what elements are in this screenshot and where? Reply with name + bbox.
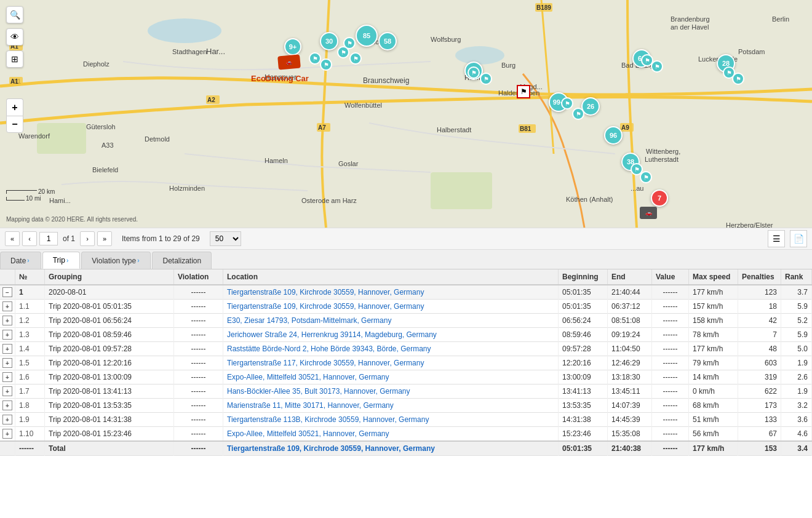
svg-text:A7: A7 — [318, 124, 326, 131]
location-cell[interactable]: Marienstraße 11, Mitte 30171, Hannover, … — [223, 399, 559, 413]
flag-9[interactable]: ⚑ — [572, 108, 584, 120]
data-table: № Grouping Violation Location Beginning … — [0, 269, 812, 456]
expand-cell: + — [0, 413, 15, 427]
search-map-button[interactable]: 🔍 — [6, 6, 23, 23]
svg-rect-4 — [431, 172, 492, 209]
table-row: + 1.6 Trip 2020-08-01 13:00:09 ------ Ex… — [0, 370, 812, 385]
grouping-cell: Trip 2020-08-01 13:00:09 — [45, 370, 174, 385]
flag-2[interactable]: ⚑ — [320, 58, 332, 71]
zoom-out-button[interactable]: − — [6, 116, 23, 133]
location-cell[interactable]: Tiergartenstraße 117, Kirchrode 30559, H… — [223, 356, 559, 370]
map: A1 A1 A1 A2 A7 B81 A9 B189 Diepholz Stad… — [0, 0, 812, 228]
end-cell: 13:45:11 — [608, 385, 652, 399]
flag-5[interactable]: ⚑ — [343, 37, 356, 49]
location-cell[interactable]: Expo-Allee, Mittelfeld 30521, Hannover, … — [223, 427, 559, 442]
expand-button[interactable]: + — [2, 386, 12, 396]
red-flag-marker[interactable]: ⚑ — [517, 85, 530, 98]
cluster-85[interactable]: 85 — [356, 25, 378, 47]
total-expand-cell — [0, 441, 15, 456]
flag-15[interactable]: ⚑ — [732, 73, 744, 85]
penalties-cell: 7 — [738, 328, 781, 342]
collapse-button[interactable]: − — [2, 287, 12, 297]
tab-date[interactable]: Date › — [0, 252, 41, 269]
value-cell: ------ — [652, 385, 689, 399]
cluster-96[interactable]: 96 — [604, 126, 623, 145]
zoom-in-button[interactable]: + — [6, 98, 23, 116]
location-cell[interactable]: Tiergartenstraße 109, Kirchrode 30559, H… — [223, 285, 559, 300]
table-body: − 1 2020-08-01 ------ Tiergartenstraße 1… — [0, 285, 812, 456]
location-cell[interactable]: E30, Ziesar 14793, Potsdam-Mittelmark, G… — [223, 314, 559, 328]
svg-text:Braunschweig: Braunschweig — [363, 76, 409, 85]
pdf-export-button[interactable]: 📄 — [790, 230, 807, 247]
table-row: + 1.2 Trip 2020-08-01 06:56:24 ------ E3… — [0, 314, 812, 328]
page-input[interactable] — [39, 232, 58, 245]
value-cell: ------ — [652, 413, 689, 427]
layers-button[interactable]: ⊞ — [6, 50, 23, 68]
last-page-button[interactable]: » — [97, 231, 112, 246]
flag-4[interactable]: ⚑ — [349, 52, 362, 65]
tab-violation-type[interactable]: Violation type › — [81, 252, 151, 269]
expand-button[interactable]: + — [2, 372, 12, 382]
penalties-cell: 48 — [738, 342, 781, 356]
svg-text:Bielefeld: Bielefeld — [92, 166, 118, 173]
beginning-cell: 09:57:28 — [559, 342, 608, 356]
location-cell[interactable]: Expo-Allee, Mittelfeld 30521, Hannover, … — [223, 370, 559, 385]
expand-button[interactable]: + — [2, 415, 12, 424]
flag-7[interactable]: ⚑ — [480, 73, 492, 85]
flag-13[interactable]: ⚑ — [651, 60, 663, 73]
location-cell[interactable]: Raststätte Börde-Nord 2, Hohe Börde 3934… — [223, 342, 559, 356]
expand-cell: + — [0, 427, 15, 442]
end-cell: 08:51:08 — [608, 314, 652, 328]
grouping-cell: Trip 2020-08-01 13:53:35 — [45, 399, 174, 413]
maxspeed-cell: 0 km/h — [689, 385, 738, 399]
first-page-button[interactable]: « — [5, 231, 20, 246]
expand-button[interactable]: + — [2, 344, 12, 354]
col-beginning: Beginning — [559, 269, 608, 285]
expand-button[interactable]: + — [2, 429, 12, 439]
total-rank-cell: 3.4 — [781, 441, 812, 456]
expand-button[interactable]: + — [2, 330, 12, 340]
next-page-button[interactable]: › — [80, 231, 95, 246]
cluster-7[interactable]: 7 — [651, 189, 668, 207]
expand-button[interactable]: + — [2, 358, 12, 368]
rank-cell: 3.7 — [781, 285, 812, 300]
svg-text:B189: B189 — [536, 4, 551, 11]
flag-11[interactable]: ⚑ — [640, 171, 652, 183]
small-car-marker[interactable]: 🚗 — [640, 207, 657, 219]
expand-button[interactable]: + — [2, 400, 12, 410]
grouping-cell: Trip 2020-08-01 12:20:16 — [45, 356, 174, 370]
location-cell[interactable]: Hans-Böckler-Allee 35, Bult 30173, Hanno… — [223, 385, 559, 399]
col-end: End — [608, 269, 652, 285]
cluster-30[interactable]: 30 — [320, 32, 338, 50]
tab-detalization[interactable]: Detalization — [152, 252, 212, 269]
table-row: + 1.3 Trip 2020-08-01 08:59:46 ------ Je… — [0, 328, 812, 342]
beginning-cell: 13:00:09 — [559, 370, 608, 385]
flag-8[interactable]: ⚑ — [561, 97, 573, 110]
expand-button[interactable]: + — [2, 316, 12, 325]
num-cell: 1 — [15, 285, 45, 300]
grouping-cell: 2020-08-01 — [45, 285, 174, 300]
maxspeed-cell: 79 km/h — [689, 356, 738, 370]
num-cell: 1.4 — [15, 342, 45, 356]
flag-1[interactable]: ⚑ — [309, 52, 321, 65]
prev-page-button[interactable]: ‹ — [22, 231, 37, 246]
flag-6[interactable]: ⚑ — [468, 66, 480, 79]
table-view-button[interactable]: ☰ — [768, 230, 785, 247]
location-cell[interactable]: Tiergartenstraße 113B, Kirchrode 30559, … — [223, 413, 559, 427]
location-cell[interactable]: Tiergartenstraße 109, Kirchrode 30559, H… — [223, 300, 559, 314]
violation-cell: ------ — [174, 285, 223, 300]
car-marker[interactable]: 🚗 — [277, 54, 301, 70]
expand-button[interactable]: + — [2, 301, 12, 311]
maxspeed-cell: 51 km/h — [689, 413, 738, 427]
cluster-9plus[interactable]: 9+ — [284, 38, 301, 55]
num-cell: 1.9 — [15, 413, 45, 427]
maxspeed-cell: 157 km/h — [689, 300, 738, 314]
table-row: − 1 2020-08-01 ------ Tiergartenstraße 1… — [0, 285, 812, 300]
tab-trip[interactable]: Trip › — [42, 252, 81, 269]
maxspeed-cell: 68 km/h — [689, 399, 738, 413]
location-cell[interactable]: Jerichower Straße 24, Herrenkrug 39114, … — [223, 328, 559, 342]
per-page-select[interactable]: 10 25 50 100 — [210, 231, 241, 246]
total-violation-cell: ------ — [174, 441, 223, 456]
eye-button[interactable]: 👁 — [6, 28, 23, 46]
cluster-58[interactable]: 58 — [378, 32, 397, 50]
